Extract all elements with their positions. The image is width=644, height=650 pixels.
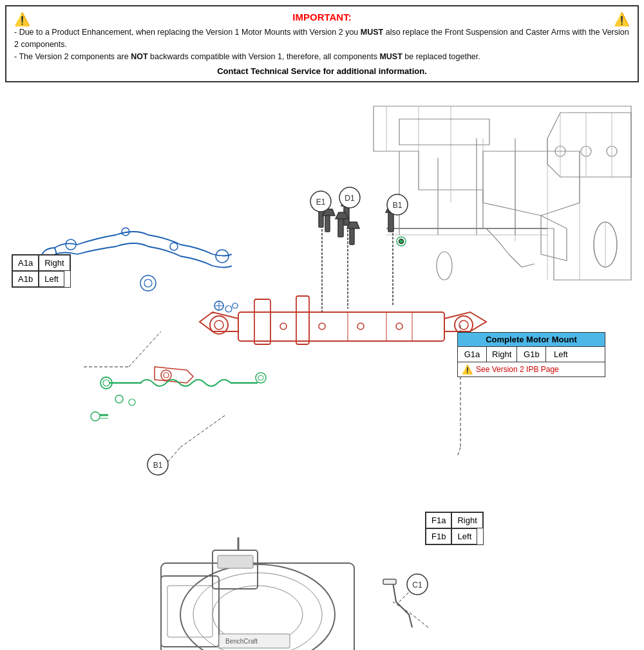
g-warning-text: See Version 2 IPB Page	[476, 365, 559, 374]
warning-contact: Contact Technical Service for additional…	[14, 66, 630, 76]
warning-text: - Due to a Product Enhancement, when rep…	[14, 26, 630, 62]
f1b-code: F1b	[426, 528, 451, 544]
f1a-label: Right	[451, 512, 482, 528]
svg-marker-56	[347, 222, 359, 228]
svg-text:C1: C1	[412, 580, 422, 590]
svg-point-14	[140, 275, 156, 291]
svg-point-20	[232, 303, 238, 308]
svg-point-38	[164, 373, 169, 378]
g1a-label: Right	[487, 347, 517, 362]
svg-rect-81	[218, 555, 253, 568]
g1b-label: Left	[546, 347, 575, 362]
warning-icon-right: ⚠️	[614, 12, 630, 27]
f1a-code: F1a	[426, 512, 451, 528]
f1b-label: Left	[451, 528, 477, 544]
svg-point-45	[129, 399, 135, 405]
svg-point-12	[170, 243, 178, 250]
a-row-right: A1a Right	[12, 255, 70, 271]
svg-point-47	[258, 375, 263, 380]
svg-point-34	[396, 323, 402, 330]
svg-text:B1: B1	[393, 201, 402, 210]
svg-line-66	[457, 447, 460, 457]
a1a-label: Right	[39, 255, 70, 271]
g1b-code: G1b	[517, 347, 546, 362]
f-row-right: F1a Right	[426, 512, 483, 528]
svg-text:D1: D1	[345, 194, 355, 203]
svg-rect-83	[383, 579, 396, 584]
svg-text:E1: E1	[316, 198, 326, 207]
a1a-code: A1a	[12, 255, 39, 271]
svg-point-64	[399, 239, 404, 244]
svg-rect-79	[167, 586, 213, 637]
svg-text:B1: B1	[153, 461, 163, 470]
g-items: G1a Right G1b Left	[458, 347, 605, 362]
g-warning: ⚠️ See Version 2 IPB Page	[458, 362, 605, 376]
warning-title: IMPORTANT:	[14, 12, 630, 23]
svg-point-46	[256, 373, 266, 383]
a1b-code: A1b	[12, 271, 39, 287]
svg-rect-53	[338, 219, 343, 237]
g-warning-icon: ⚠️	[462, 364, 473, 375]
f-row-left: F1b Left	[426, 528, 483, 544]
svg-point-31	[280, 323, 287, 330]
svg-point-15	[144, 279, 152, 287]
complete-motor-mount-group: Complete Motor Mount G1a Right G1b Left …	[457, 332, 605, 377]
svg-line-71	[412, 615, 428, 627]
svg-point-32	[319, 323, 325, 330]
a-row-left: A1b Left	[12, 271, 70, 287]
svg-point-33	[357, 323, 364, 330]
a-group: A1a Right A1b Left	[12, 254, 71, 288]
svg-text:BenchCraft: BenchCraft	[225, 638, 258, 645]
svg-point-42	[103, 380, 109, 386]
f-group: F1a Right F1b Left	[425, 512, 484, 545]
svg-rect-35	[254, 299, 270, 344]
svg-rect-36	[296, 296, 309, 344]
svg-point-19	[225, 306, 232, 312]
svg-line-68	[129, 331, 161, 367]
svg-point-2	[437, 252, 452, 280]
warning-icon-left: ⚠️	[14, 12, 30, 27]
warning-box: ⚠️ ⚠️ IMPORTANT: - Due to a Product Enha…	[5, 5, 639, 82]
g1a-code: G1a	[458, 347, 487, 362]
svg-point-37	[161, 370, 171, 380]
svg-rect-61	[388, 212, 393, 232]
svg-rect-59	[325, 216, 330, 232]
svg-line-70	[180, 415, 225, 447]
a1b-label: Left	[39, 271, 64, 287]
svg-point-28	[214, 320, 223, 330]
svg-rect-21	[238, 312, 444, 341]
svg-point-10	[66, 239, 76, 250]
svg-rect-55	[350, 228, 354, 245]
g-group-title: Complete Motor Mount	[458, 333, 605, 347]
svg-point-43	[91, 412, 100, 421]
svg-point-44	[115, 395, 123, 403]
